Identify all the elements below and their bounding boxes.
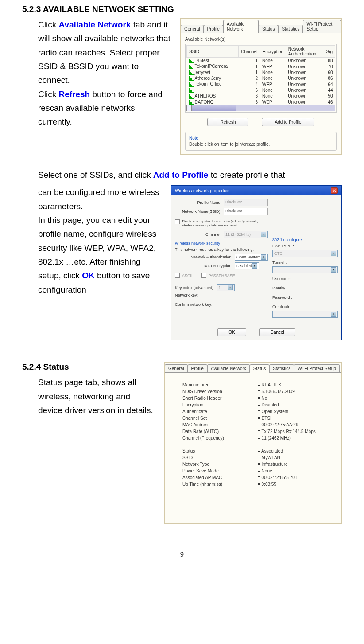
- text: Click: [38, 90, 58, 99]
- tab-statistics[interactable]: Statistics: [269, 364, 294, 372]
- chevron-down-icon: ▾: [252, 263, 257, 269]
- status-panel: General Profile Available Network Status…: [164, 362, 342, 524]
- profile-name-label: Profile Name:: [175, 200, 221, 205]
- tab-general[interactable]: General: [165, 364, 188, 372]
- para-524a: can be configured more wireless paramete…: [38, 185, 162, 213]
- signal-icon: [189, 76, 194, 81]
- status-row: Manufacturer= REALTEK: [182, 382, 328, 388]
- keyidx-select[interactable]: 1▾: [217, 284, 235, 291]
- titlebar[interactable]: Wireless network properties ✕: [171, 186, 341, 195]
- channel-select[interactable]: 11 (2462MHz)▾: [224, 231, 268, 238]
- profile-name-field[interactable]: BlackBox: [224, 199, 268, 206]
- col-ssid[interactable]: SSID: [187, 46, 239, 58]
- ssid-field[interactable]: BlackBox: [224, 208, 268, 215]
- tab-wifi-protect[interactable]: Wi-Fi Protect Setup: [303, 20, 341, 33]
- table-row[interactable]: jerrytest1NoneUnknown60: [187, 70, 335, 75]
- user-label: Username :: [272, 277, 338, 281]
- signal-icon: [189, 82, 194, 87]
- keyword-available-network: Available Network: [58, 20, 131, 29]
- text: Select one of SSIDs, and click: [38, 170, 153, 180]
- tunnel-label: Tunnel :: [272, 260, 338, 265]
- eap-select[interactable]: GTC▾: [272, 250, 338, 257]
- tab-profile[interactable]: Profile: [204, 25, 223, 33]
- cert-label: Certificate :: [272, 304, 338, 309]
- add-to-profile-button[interactable]: Add to Profile: [262, 118, 314, 126]
- col-sig[interactable]: Sig: [324, 46, 335, 58]
- chevron-down-icon: ▾: [228, 285, 233, 290]
- status-row: Channel Set= ETSI: [182, 415, 328, 422]
- tab-status[interactable]: Status: [259, 25, 278, 33]
- text: tab and it will show all available netwo…: [38, 20, 170, 85]
- adhoc-checkbox[interactable]: [175, 219, 180, 224]
- signal-icon: [189, 59, 194, 63]
- tunnel-select[interactable]: ▾: [272, 266, 338, 273]
- keyidx-label: Key index (advanced):: [175, 285, 215, 290]
- status-row: Power Save Mode= None: [182, 468, 328, 474]
- tabs-row: General Profile Available Network Status…: [181, 19, 341, 33]
- close-icon[interactable]: ✕: [331, 187, 338, 194]
- tab-available-network[interactable]: Available Network: [223, 20, 259, 33]
- eap-label: EAP TYPE :: [272, 244, 338, 248]
- tab-available-network[interactable]: Available Network: [207, 364, 250, 372]
- status-row: MAC Address= 00:02:72:75:AA:29: [182, 422, 328, 428]
- passphrase-checkbox[interactable]: [201, 273, 206, 278]
- note-text: Double click on item to join/create prof…: [189, 142, 333, 147]
- status-row: Network Type= Infrastructure: [182, 461, 328, 468]
- col-channel[interactable]: Channel: [239, 46, 260, 58]
- enc-select[interactable]: Disabled▾: [235, 262, 259, 269]
- network-table: SSID Channel Encryption Network Authenti…: [186, 45, 335, 105]
- signal-icon: [189, 100, 194, 105]
- status-row: Up Time (hh:mm:ss)= 0:03:55: [182, 481, 328, 488]
- chevron-down-icon: ▾: [261, 254, 266, 260]
- col-encryption[interactable]: Encryption: [260, 46, 286, 58]
- para-524-intro: Select one of SSIDs, and click Add to Pr…: [38, 168, 342, 182]
- status-row: Associated AP MAC= 00:02:72:86:51:01: [182, 474, 328, 481]
- signal-icon: [189, 88, 194, 93]
- chevron-down-icon: ▾: [331, 267, 336, 273]
- signal-icon: [189, 94, 194, 99]
- available-network-panel: General Profile Available Network Status…: [180, 18, 342, 155]
- tab-wifi-protect[interactable]: Wi-Fi Protect Setup: [294, 364, 340, 372]
- table-row[interactable]: ATHEROS6NoneUnknown50: [187, 93, 335, 99]
- table-row[interactable]: Tekom_Office4WEPUnknown64: [187, 81, 335, 87]
- status-row: SSID= MyWLAN: [182, 454, 328, 461]
- col-auth[interactable]: Network Authentication: [286, 46, 324, 58]
- scrollbar-horizontal[interactable]: [186, 105, 335, 111]
- table-row[interactable]: DAFONG6WEPUnknown46: [187, 99, 335, 105]
- para-status: Status page tab, shows all wireless, net…: [38, 375, 155, 417]
- tab-statistics[interactable]: Statistics: [278, 25, 303, 33]
- wireless-properties-dialog: Wireless network properties ✕ Profile Na…: [171, 185, 342, 340]
- wns-header: Wireless network security: [175, 241, 268, 246]
- cancel-button[interactable]: Cancel: [259, 328, 295, 336]
- signal-icon: [189, 65, 194, 69]
- tab-profile[interactable]: Profile: [188, 364, 207, 372]
- table-row[interactable]: 145test1NoneUnknown88: [187, 58, 335, 64]
- status-row: Authenticate= Open System: [182, 408, 328, 415]
- table-row[interactable]: TekomIPCamera1WEPUnknown70: [187, 63, 335, 69]
- table-row[interactable]: Atheros Jerry2NoneUnknown86: [187, 75, 335, 81]
- keyword-add-to-profile: Add to Profile: [153, 170, 209, 180]
- section-heading-523: 5.2.3 AVAILABLE NETWOEK SETTING: [22, 4, 342, 14]
- dialog-title: Wireless network properties: [175, 188, 229, 193]
- password-label: Password :: [272, 295, 338, 300]
- tab-status[interactable]: Status: [250, 364, 269, 373]
- cert-select[interactable]: ▾: [272, 311, 338, 318]
- tab-general[interactable]: General: [181, 25, 204, 33]
- auth-select[interactable]: Open System▾: [235, 254, 268, 261]
- status-row: NDIS Driver Version= 5.1066.327.2009: [182, 388, 328, 395]
- cfg-header: 802.1x configure: [272, 238, 338, 242]
- refresh-button[interactable]: Refresh: [207, 118, 248, 126]
- table-row[interactable]: 6NoneUnknown44: [187, 87, 335, 93]
- status-row: Encryption= Disabled: [182, 402, 328, 408]
- status-row: Data Rate (AUTO)= Tx:72 Mbps Rx:144.5 Mb…: [182, 428, 328, 435]
- ok-button[interactable]: OK: [217, 328, 246, 336]
- chevron-down-icon: ▾: [331, 251, 336, 256]
- note-title: Note: [189, 136, 333, 141]
- para-524b: In this page, you can edit your profile …: [38, 213, 162, 297]
- keyword-refresh: Refresh: [58, 90, 90, 99]
- ascii-checkbox[interactable]: [175, 273, 180, 278]
- text: Click: [38, 20, 58, 29]
- confirm-label: Confirm network key:: [175, 302, 268, 307]
- page-number: 9: [22, 550, 342, 558]
- netkey-label: Network key:: [175, 293, 268, 297]
